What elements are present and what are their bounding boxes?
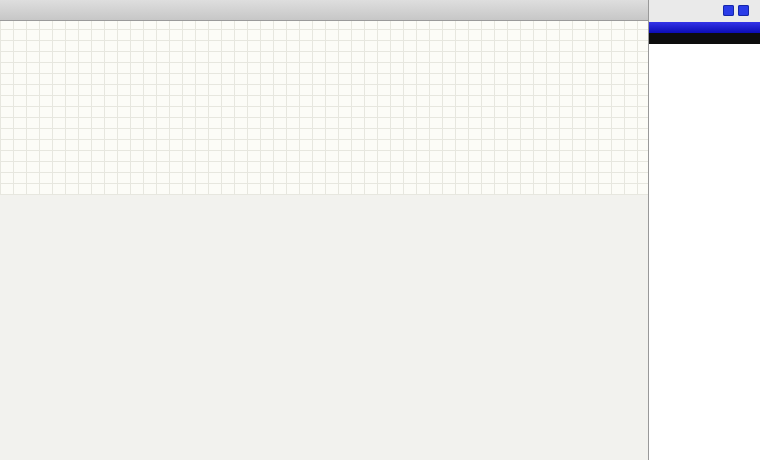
gr-panel-top bbox=[649, 0, 760, 22]
panel-button-icon[interactable] bbox=[738, 5, 749, 16]
gr-track-header-2[interactable] bbox=[649, 33, 760, 44]
seismic-section[interactable] bbox=[0, 195, 648, 460]
gr-panel bbox=[648, 0, 760, 460]
panel-button-icon[interactable] bbox=[723, 5, 734, 16]
log-tracks[interactable] bbox=[0, 0, 648, 195]
geosteering-app bbox=[0, 0, 760, 460]
gr-curve-track[interactable] bbox=[649, 44, 760, 460]
gr-track-header-1[interactable] bbox=[649, 22, 760, 33]
